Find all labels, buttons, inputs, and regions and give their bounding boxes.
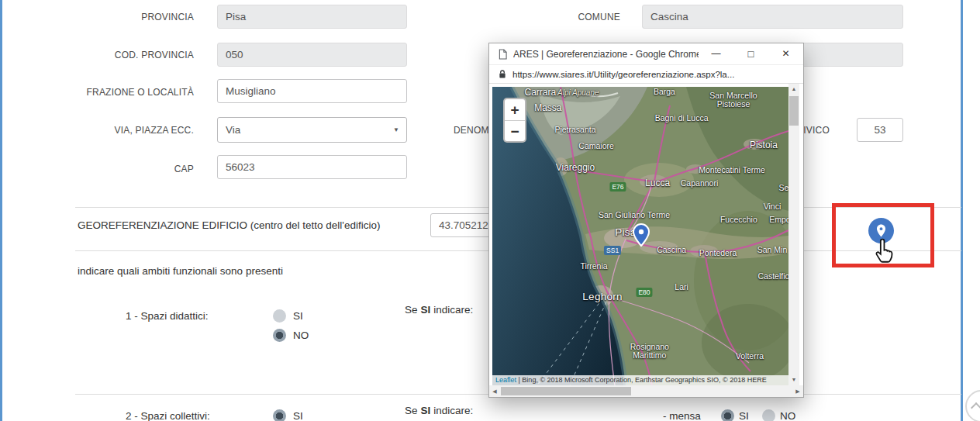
map-city-label: Vinci	[764, 202, 782, 211]
map-city-label: Montecatini Terme	[699, 166, 765, 174]
ambiti-note: indicare quali ambiti funzionali sono pr…	[78, 265, 283, 277]
map-city-label: Pistoia	[750, 141, 778, 150]
cod-provincia-label: COD. PROVINCIA	[31, 50, 194, 60]
chevron-up-icon	[971, 402, 980, 413]
maximize-button[interactable]: □	[733, 43, 768, 64]
map-city-label: Camaiore	[578, 142, 614, 150]
road-badge: E80	[636, 288, 652, 297]
map-city-label: Empo	[769, 216, 788, 224]
mensa-label: - mensa	[663, 410, 701, 421]
map-pin-icon	[874, 223, 889, 238]
horizontal-scrollbar[interactable]: ◀ ▶	[489, 385, 803, 397]
provincia-label: PROVINCIA	[31, 12, 194, 22]
lock-icon	[499, 69, 506, 79]
cap-label: CAP	[31, 164, 194, 174]
comune-label: COMUNE	[535, 12, 620, 22]
form-right-border	[961, 0, 963, 421]
cod-provincia-input[interactable]	[217, 43, 407, 67]
map-city-label: Castelfio	[757, 272, 788, 281]
vertical-scrollbar[interactable]: ▲ ▼	[788, 84, 799, 385]
map-city-label: Pietrasanta	[554, 126, 595, 134]
location-marker-icon[interactable]	[632, 223, 650, 247]
map-city-label: Barga	[654, 88, 675, 96]
form-left-border	[0, 0, 2, 421]
zoom-in-button[interactable]: +	[505, 99, 525, 120]
map-attribution: Leaflet | Bing, © 2018 Microsoft Corpora…	[492, 375, 788, 385]
map-city-label: Lari	[675, 283, 688, 292]
map-city-label: Viareggio	[556, 164, 595, 172]
scroll-down-icon[interactable]: ▼	[788, 374, 799, 385]
mensa-si-label: SI	[739, 410, 749, 421]
frazione-label: FRAZIONE O LOCALITÀ	[31, 87, 194, 98]
q2-si-radio[interactable]	[273, 409, 286, 421]
map-city-label: Leghorn	[582, 292, 623, 301]
via-label: VIA, PIAZZA ECC.	[31, 125, 194, 136]
map-city-label: Fucecchio	[720, 216, 757, 224]
chevron-down-icon: ▼	[393, 118, 399, 142]
popup-urlbar[interactable]: https://www.siares.it/Utility/georeferen…	[489, 64, 803, 84]
popup-title: ARES | Georeferenziazione - Google Chrom…	[513, 49, 699, 60]
via-select[interactable]: Via ▼	[217, 117, 407, 143]
scroll-right-icon[interactable]: ▶	[792, 385, 803, 397]
map-city-label: San Giuliano Terme	[599, 211, 670, 219]
q2-label: 2 - Spazi collettivi:	[126, 410, 210, 421]
popup-titlebar: ARES | Georeferenziazione - Google Chrom…	[489, 43, 803, 64]
frazione-input[interactable]	[217, 79, 407, 103]
road-badge: SS1	[604, 246, 621, 255]
page-icon	[499, 49, 507, 60]
numero-civico-input[interactable]	[857, 118, 903, 142]
mensa-si-radio[interactable]	[721, 409, 734, 421]
q1-no-radio[interactable]	[273, 329, 286, 342]
via-select-value: Via	[226, 124, 240, 136]
minimize-button[interactable]: —	[699, 43, 733, 64]
horizontal-scroll-thumb[interactable]	[501, 387, 631, 395]
map-city-label: San MarcelloPistoiese	[709, 91, 757, 109]
q1-se-si-hint: SeSIindicare:	[405, 304, 476, 316]
zoom-out-button[interactable]: −	[505, 120, 525, 141]
close-button[interactable]: ✕	[768, 43, 803, 64]
map-canvas[interactable]: + − Leaflet | Bing, © 2018 Microsoft Cor…	[492, 87, 788, 385]
q2-se-si-hint: SeSIindicare:	[405, 405, 476, 416]
georeferencing-popup-window: ARES | Georeferenziazione - Google Chrom…	[488, 43, 804, 398]
q1-si-radio[interactable]	[273, 309, 286, 323]
map-city-label: San Min	[757, 246, 788, 254]
map-city-label: Carrara	[525, 88, 557, 97]
scroll-left-icon[interactable]: ◀	[489, 385, 500, 397]
map-city-label: Bagni di Lucca	[655, 114, 709, 123]
comune-input[interactable]	[642, 5, 903, 29]
map-city-label: Massa	[534, 104, 561, 112]
scroll-up-icon[interactable]: ▲	[788, 84, 799, 95]
map-city-label: Pontedera	[699, 249, 737, 257]
georeferencing-form-page: PROVINCIA COMUNE COD. PROVINCIA FRAZIONE…	[0, 0, 980, 421]
mensa-no-label: NO	[780, 410, 795, 421]
popup-url: https://www.siares.it/Utility/georeferen…	[512, 70, 734, 79]
map-city-label: RosignanoMarittimo	[630, 343, 669, 360]
hand-cursor-icon	[873, 237, 898, 268]
cap-input[interactable]	[217, 155, 407, 179]
map-city-label: Tirrenia	[580, 262, 607, 271]
vertical-scroll-thumb[interactable]	[789, 96, 799, 126]
zoom-control: + −	[503, 98, 526, 143]
georef-label: GEOREFERENZIAZIONE EDIFICIO (centro del …	[78, 219, 380, 231]
road-badge: E76	[609, 182, 626, 192]
scroll-top-button[interactable]	[965, 390, 980, 421]
provincia-input[interactable]	[217, 5, 407, 29]
map-city-label: Lucca	[645, 179, 670, 188]
q1-no-label: NO	[293, 330, 309, 341]
map-city-label: Se	[778, 184, 788, 192]
q2-si-label: SI	[293, 410, 303, 421]
mensa-no-radio[interactable]	[762, 409, 775, 421]
map-city-label: Capannori	[681, 179, 718, 188]
map-city-label: Alpi Apuane	[557, 88, 599, 97]
map-city-label: Volterra	[736, 352, 764, 361]
leaflet-link[interactable]: Leaflet	[495, 376, 516, 384]
q1-label: 1 - Spazi didattici:	[126, 310, 209, 322]
map-city-label: Cascina	[657, 246, 686, 254]
popup-page-body: + − Leaflet | Bing, © 2018 Microsoft Cor…	[489, 84, 803, 397]
q1-si-label: SI	[293, 310, 303, 322]
